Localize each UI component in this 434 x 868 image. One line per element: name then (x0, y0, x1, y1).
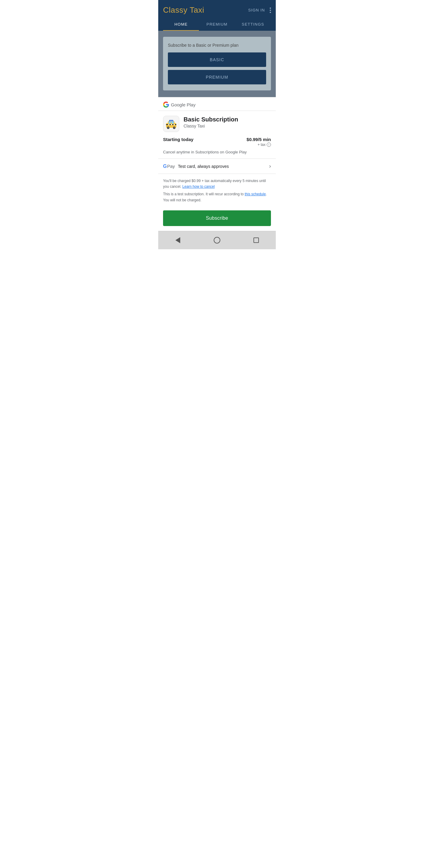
price-amount: $0.99/5 min (247, 137, 271, 142)
taxi-icon: TAXI (165, 119, 177, 129)
billing-info: You'll be charged $0.99 + tax automatica… (158, 174, 276, 206)
schedule-link[interactable]: this schedule (245, 192, 266, 196)
google-play-logo: Google Play (163, 101, 271, 107)
svg-point-9 (174, 127, 175, 128)
svg-rect-13 (172, 124, 174, 125)
subscription-title: Basic Subscription (184, 116, 238, 123)
svg-rect-5 (172, 121, 174, 124)
more-options-icon[interactable] (270, 7, 271, 13)
sign-in-button[interactable]: SIGN IN (248, 8, 265, 12)
subscribe-button[interactable]: Subscribe (163, 210, 271, 226)
subscribe-btn-wrap: Subscribe (158, 206, 276, 231)
pricing-row: Starting today $0.99/5 min + tax i (158, 132, 276, 147)
app-icon: TAXI (163, 116, 179, 132)
app-title: Classy Taxi (163, 5, 204, 15)
nav-tabs: HOME PREMIUM SETTINGS (163, 19, 271, 31)
svg-rect-4 (168, 121, 171, 124)
google-g-icon (163, 101, 169, 107)
tax-info-icon[interactable]: i (267, 143, 271, 147)
back-button[interactable] (173, 235, 183, 246)
back-icon (176, 237, 180, 243)
tab-premium[interactable]: PREMIUM (199, 19, 235, 31)
google-play-label: Google Play (171, 102, 195, 107)
payment-card-text: Test card, always approves (178, 164, 229, 169)
pricing-value: $0.99/5 min + tax i (247, 137, 271, 147)
premium-plan-button[interactable]: PREMIUM (168, 70, 266, 84)
gpay-logo: G Pay (163, 164, 175, 169)
subscription-info: TAXI Basic Subscription Classy Taxi (158, 111, 276, 132)
home-icon (214, 237, 220, 244)
gpay-g: G (163, 164, 167, 169)
header-right: SIGN IN (248, 7, 271, 13)
svg-point-7 (167, 127, 169, 128)
price-tax: + tax i (247, 143, 271, 147)
cancel-note: Cancel anytime in Subscriptions on Googl… (158, 147, 276, 159)
google-play-header: Google Play (158, 97, 276, 111)
tab-home[interactable]: HOME (163, 19, 199, 31)
subscription-title-block: Basic Subscription Classy Taxi (184, 116, 238, 128)
basic-plan-button[interactable]: BASIC (168, 53, 266, 67)
gpay-pay: Pay (167, 164, 175, 169)
svg-rect-14 (175, 124, 176, 125)
payment-method-row[interactable]: G Pay Test card, always approves › (158, 159, 276, 174)
starting-today-label: Starting today (163, 137, 193, 142)
recent-apps-button[interactable] (251, 235, 261, 246)
system-nav-bar (158, 231, 276, 249)
payment-chevron-icon: › (269, 163, 271, 169)
app-header: Classy Taxi SIGN IN HOME PREMIUM SETTING… (158, 0, 276, 31)
tab-settings[interactable]: SETTINGS (235, 19, 271, 31)
billing-text-2: This is a test subscription. It will rec… (163, 191, 271, 203)
subscription-prompt-card: Subscribe to a Basic or Premium plan BAS… (163, 37, 271, 90)
recent-icon (253, 238, 259, 243)
app-main-content: Subscribe to a Basic or Premium plan BAS… (158, 31, 276, 97)
subscription-app-name: Classy Taxi (184, 124, 238, 128)
learn-cancel-link[interactable]: Learn how to cancel (182, 184, 215, 189)
payment-left: G Pay Test card, always approves (163, 164, 229, 169)
google-play-sheet: Google Play TAXI (158, 97, 276, 231)
home-button[interactable] (212, 235, 222, 246)
svg-rect-12 (169, 124, 171, 125)
billing-text-1: You'll be charged $0.99 + tax automatica… (163, 178, 271, 190)
svg-rect-11 (166, 124, 168, 125)
header-top: Classy Taxi SIGN IN (163, 5, 271, 19)
subscription-card-title: Subscribe to a Basic or Premium plan (168, 43, 266, 48)
